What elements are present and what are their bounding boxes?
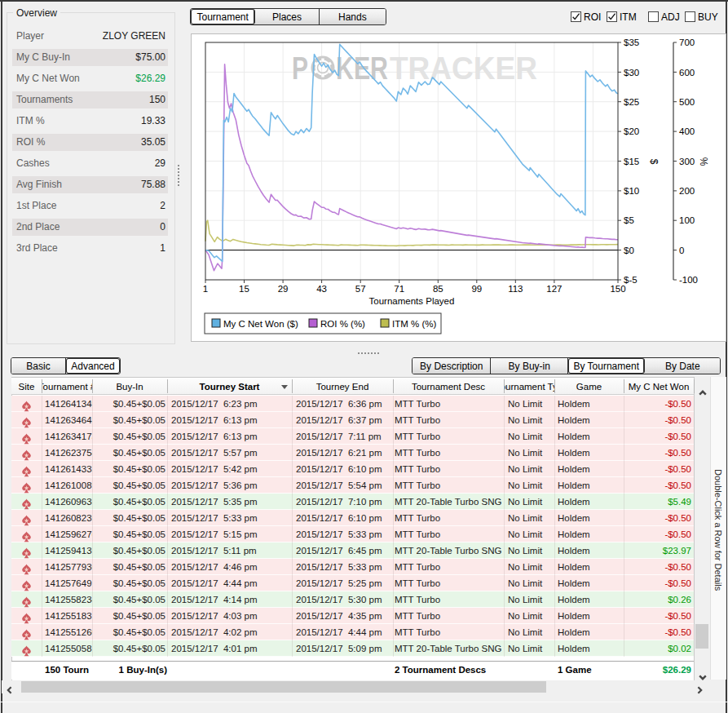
- svg-text:ROI % (%): ROI % (%): [320, 319, 365, 329]
- svg-text:$20: $20: [624, 126, 639, 136]
- svg-text:$: $: [648, 159, 660, 165]
- svg-text:$30: $30: [624, 68, 639, 78]
- svg-text:$5: $5: [624, 215, 634, 225]
- svg-text:Tournaments Played: Tournaments Played: [369, 296, 455, 306]
- svg-text:200: 200: [679, 186, 695, 196]
- svg-text:100: 100: [679, 215, 695, 225]
- svg-text:$35: $35: [624, 38, 639, 47]
- svg-text:57: 57: [355, 284, 366, 294]
- svg-text:29: 29: [278, 284, 289, 294]
- svg-text:43: 43: [316, 284, 327, 294]
- svg-text:300: 300: [679, 157, 695, 166]
- svg-text:700: 700: [679, 38, 695, 47]
- svg-text:1: 1: [203, 284, 208, 294]
- svg-text:$10: $10: [624, 186, 639, 196]
- svg-text:My C Net Won ($): My C Net Won ($): [223, 319, 298, 329]
- svg-text:$15: $15: [624, 157, 639, 166]
- svg-text:71: 71: [394, 284, 404, 294]
- svg-text:127: 127: [546, 284, 562, 294]
- svg-text:500: 500: [679, 97, 695, 107]
- svg-text:85: 85: [433, 284, 443, 294]
- svg-text:KER: KER: [336, 51, 388, 86]
- svg-text:$25: $25: [624, 97, 639, 107]
- svg-text:99: 99: [471, 284, 482, 294]
- svg-text:0: 0: [679, 246, 684, 255]
- svg-text:113: 113: [508, 284, 523, 294]
- svg-text:$-5: $-5: [624, 275, 638, 285]
- svg-text:TRACKER: TRACKER: [390, 51, 537, 86]
- svg-text:P: P: [292, 51, 308, 86]
- svg-text:400: 400: [679, 126, 695, 136]
- svg-text:150: 150: [610, 284, 625, 294]
- svg-text:%: %: [698, 157, 709, 166]
- svg-text:-100: -100: [679, 275, 698, 285]
- svg-text:600: 600: [679, 68, 695, 78]
- svg-text:15: 15: [239, 284, 249, 294]
- svg-text:ITM % (%): ITM % (%): [392, 319, 436, 329]
- svg-text:$0: $0: [624, 246, 634, 255]
